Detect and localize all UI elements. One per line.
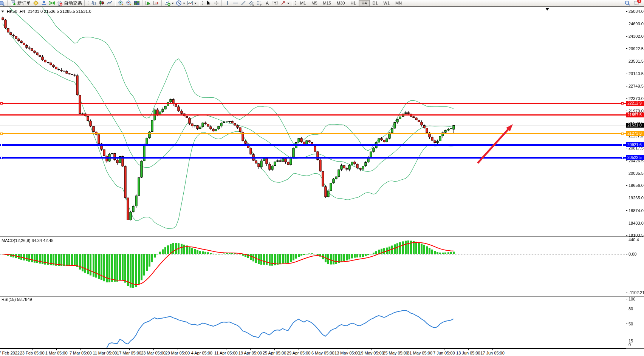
price-level-label: 21273.8 bbox=[626, 131, 644, 136]
zoom-out-icon bbox=[126, 0, 132, 6]
time-axis-tick bbox=[129, 349, 130, 350]
time-axis-tick bbox=[492, 349, 493, 350]
text-button[interactable]: A bbox=[263, 0, 271, 6]
rsi-axis-tick bbox=[626, 309, 627, 309]
timeframe-m5-button[interactable]: M5 bbox=[309, 0, 320, 6]
search-button[interactable] bbox=[624, 0, 630, 6]
new-order-label: 新订单 bbox=[17, 0, 31, 6]
signals-button[interactable] bbox=[48, 0, 56, 6]
toolbar-separator bbox=[84, 0, 85, 6]
indicators-button[interactable] bbox=[164, 0, 175, 6]
horizontal-line-icon bbox=[232, 0, 238, 6]
time-axis[interactable]: 17 Feb 202223 Feb 05:001 Mar 05:007 Mar … bbox=[0, 348, 644, 356]
timeframe-h4-button[interactable]: H4 bbox=[359, 0, 369, 6]
zoom-out-button[interactable] bbox=[125, 0, 133, 6]
main-toolbar: 新订单 自动交易 bbox=[0, 0, 644, 7]
cursor-button[interactable] bbox=[204, 0, 212, 6]
periods-button[interactable] bbox=[175, 0, 186, 6]
price-level-label: 21531.0 bbox=[626, 123, 644, 128]
timeframe-h1-button[interactable]: H1 bbox=[348, 0, 358, 6]
timeframe-m30-button[interactable]: M30 bbox=[334, 0, 347, 6]
bar-chart-icon bbox=[91, 0, 97, 6]
y-axis-tick bbox=[626, 48, 627, 49]
chart-ohlc-values: 21401.0 21536.5 21285.5 21531.0 bbox=[28, 9, 91, 14]
y-axis-tick-label: 19656.0 bbox=[629, 183, 644, 188]
chat-button[interactable]: 1 bbox=[633, 0, 639, 6]
channel-icon: E bbox=[248, 0, 254, 6]
crosshair-button[interactable] bbox=[212, 0, 220, 6]
bar-chart-button[interactable] bbox=[90, 0, 98, 6]
fibonacci-button[interactable]: F bbox=[255, 0, 263, 6]
y-axis-tick bbox=[626, 198, 627, 198]
price-level-label: 20921.6 bbox=[626, 142, 644, 147]
auto-scroll-button[interactable] bbox=[144, 0, 152, 6]
chat-unread-badge: 1 bbox=[637, 0, 641, 3]
rsi-label: RSI(15) 58.7849 bbox=[2, 297, 32, 302]
horizontal-line-button[interactable] bbox=[232, 0, 239, 6]
chart-symbol-timeframe: HK50-,H4 bbox=[7, 9, 25, 14]
time-axis-tick bbox=[468, 349, 469, 350]
timeframe-d1-button[interactable]: D1 bbox=[370, 0, 381, 6]
rsi-indicator-panel[interactable] bbox=[0, 296, 626, 348]
mt4-trading-terminal: { "toolbar": { "new_order_label": "新订单",… bbox=[0, 0, 644, 356]
new-order-button[interactable]: 新订单 bbox=[9, 0, 32, 6]
timeframe-m15-button[interactable]: M15 bbox=[320, 0, 334, 6]
signals-icon bbox=[49, 0, 55, 6]
time-axis-tick bbox=[153, 349, 154, 350]
app-window-icon bbox=[0, 0, 5, 6]
autotrading-button[interactable]: 自动交易 bbox=[56, 0, 83, 6]
price-level-label: 21857.5 bbox=[626, 113, 644, 117]
rsi-axis-label: 80 bbox=[629, 307, 633, 311]
periods-icon bbox=[176, 0, 182, 6]
line-chart-button[interactable] bbox=[106, 0, 113, 6]
chevron-down-icon bbox=[287, 3, 289, 5]
timeframe-mn-button[interactable]: MN bbox=[393, 0, 404, 6]
metaeditor-button[interactable] bbox=[32, 0, 40, 6]
autotrading-label: 自动交易 bbox=[64, 0, 82, 6]
templates-button[interactable] bbox=[186, 0, 197, 6]
candlestick-chart-button[interactable] bbox=[98, 0, 105, 6]
toolbar-separator bbox=[221, 0, 222, 6]
macd-label: MACD(12,26,9) 64.34 42.48 bbox=[2, 238, 54, 243]
y-axis-tick bbox=[626, 173, 627, 173]
macd-indicator-panel[interactable] bbox=[0, 237, 626, 295]
y-axis-tick-label: 20035.5 bbox=[629, 171, 644, 176]
channel-button[interactable]: E bbox=[248, 0, 255, 6]
svg-text:T: T bbox=[274, 2, 276, 5]
zoom-in-button[interactable] bbox=[117, 0, 125, 6]
chevron-down-icon bbox=[172, 3, 174, 5]
time-axis-label: 17 Jun 05:00 bbox=[466, 351, 519, 355]
toolbar-grip[interactable] bbox=[295, 1, 296, 6]
macd-axis-tick bbox=[626, 254, 627, 254]
vertical-line-icon bbox=[224, 0, 231, 6]
fibonacci-icon: F bbox=[256, 0, 262, 6]
tile-windows-button[interactable] bbox=[133, 0, 141, 6]
trendline-button[interactable] bbox=[240, 0, 247, 6]
vertical-line-button[interactable] bbox=[224, 0, 231, 6]
time-axis-tick bbox=[250, 349, 251, 350]
main-price-chart[interactable] bbox=[0, 8, 626, 236]
toolbar-grip[interactable] bbox=[87, 1, 89, 6]
time-axis-tick bbox=[80, 349, 81, 350]
time-axis-tick bbox=[226, 349, 226, 350]
chevron-down-icon[interactable] bbox=[1, 11, 4, 14]
panel-splitter[interactable] bbox=[0, 236, 644, 238]
text-label-button[interactable]: T bbox=[271, 0, 279, 6]
cursor-icon bbox=[205, 0, 211, 6]
toolbar-right-group: 1 bbox=[624, 0, 643, 6]
y-axis-tick bbox=[626, 61, 627, 61]
timeframe-m1-button[interactable]: M1 bbox=[297, 0, 308, 6]
chart-shift-button[interactable] bbox=[152, 0, 160, 6]
time-axis-tick bbox=[420, 349, 420, 350]
time-axis-tick bbox=[8, 349, 8, 350]
templates-icon bbox=[187, 0, 193, 6]
profile-button[interactable] bbox=[40, 0, 48, 6]
arrows-button[interactable] bbox=[279, 0, 290, 6]
app-icon[interactable] bbox=[0, 0, 6, 6]
chart-shift-marker[interactable] bbox=[545, 8, 549, 12]
time-axis-tick bbox=[323, 349, 323, 350]
timeframe-w1-button[interactable]: W1 bbox=[381, 0, 393, 6]
price-axis[interactable]: 25084.024693.024302.023922.523531.523140… bbox=[626, 8, 644, 236]
toolbar-grip[interactable] bbox=[202, 1, 203, 6]
panel-splitter[interactable] bbox=[0, 295, 644, 297]
